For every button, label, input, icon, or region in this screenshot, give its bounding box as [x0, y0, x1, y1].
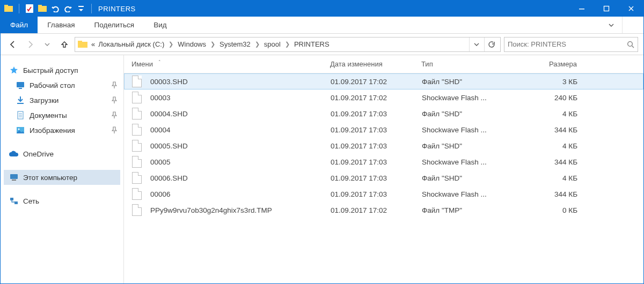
- nav-item-label: Документы: [30, 111, 67, 119]
- pin-icon: [112, 111, 117, 119]
- nav-item-label: Этот компьютер: [23, 174, 77, 182]
- nav-item-desktop[interactable]: Рабочий стол: [4, 78, 120, 93]
- nav-item-label: Загрузки: [30, 96, 58, 104]
- nav-quick-access[interactable]: Быстрый доступ: [4, 63, 120, 78]
- file-name: 00006: [150, 190, 171, 198]
- file-type: Файл "SHD": [422, 142, 462, 150]
- address-toolbar: « Локальный диск (C:) ❯ Windows ❯ System…: [1, 34, 643, 55]
- column-header-date[interactable]: Дата изменения: [330, 60, 421, 68]
- column-headers: Имени ˄ Дата изменения Тип Размера: [124, 55, 643, 73]
- file-date: 01.09.2017 17:03: [331, 158, 387, 166]
- window-title: PRINTERS: [98, 5, 136, 13]
- file-size: 4 КБ: [562, 174, 577, 182]
- file-list: Имени ˄ Дата изменения Тип Размера 00003…: [124, 55, 643, 283]
- file-type: Файл "SHD": [422, 174, 462, 182]
- file-date: 01.09.2017 17:03: [331, 174, 387, 182]
- nav-back-button[interactable]: [6, 38, 20, 51]
- svg-rect-7: [604, 6, 609, 11]
- this-pc-icon: [9, 173, 19, 182]
- file-row[interactable]: 00006.SHD01.09.2017 17:03Файл "SHD"4 КБ: [124, 170, 643, 186]
- nav-up-button[interactable]: [57, 38, 71, 51]
- ribbon-file-label: Файл: [10, 21, 28, 29]
- ribbon-tab-view[interactable]: Вид: [144, 17, 176, 33]
- nav-onedrive[interactable]: OneDrive: [4, 146, 120, 161]
- file-row[interactable]: PPy9w9rvu7ob30g2n4ghix7s3rd.TMP01.09.201…: [124, 202, 643, 218]
- column-header-size[interactable]: Размера: [523, 60, 577, 68]
- qat-customize-icon[interactable]: [76, 4, 86, 13]
- file-size: 344 КБ: [554, 126, 577, 134]
- svg-point-10: [628, 41, 633, 46]
- chevron-right-icon[interactable]: ❯: [208, 41, 217, 48]
- file-row[interactable]: 0000501.09.2017 17:03Shockwave Flash ...…: [124, 154, 643, 170]
- chevron-right-icon[interactable]: ❯: [253, 41, 262, 48]
- file-type: Файл "SHD": [422, 78, 462, 86]
- column-header-label: Тип: [421, 60, 433, 68]
- file-type: Shockwave Flash ...: [422, 190, 487, 198]
- address-dropdown-button[interactable]: [469, 38, 483, 51]
- nav-item-documents[interactable]: Документы: [4, 108, 120, 123]
- ribbon-tab-share[interactable]: Поделиться: [85, 17, 144, 33]
- svg-rect-4: [38, 5, 42, 7]
- nav-item-label: Сеть: [23, 197, 39, 205]
- breadcrumb-item[interactable]: spool: [263, 40, 282, 48]
- title-bar: PRINTERS: [1, 1, 643, 17]
- nav-network[interactable]: Сеть: [4, 193, 120, 208]
- svg-rect-1: [4, 5, 8, 7]
- search-input[interactable]: [508, 40, 627, 48]
- file-name: 00004: [150, 126, 171, 134]
- file-date: 01.09.2017 17:03: [331, 190, 387, 198]
- nav-group-quick-access: Быстрый доступ Рабочий стол Загрузки: [4, 63, 120, 138]
- svg-rect-21: [10, 174, 18, 179]
- breadcrumb-item[interactable]: PRINTERS: [293, 40, 331, 48]
- file-size: 4 КБ: [562, 142, 577, 150]
- file-icon: [132, 76, 142, 87]
- undo-icon[interactable]: [50, 4, 60, 13]
- nav-item-pictures[interactable]: Изображения: [4, 123, 120, 138]
- address-bar[interactable]: « Локальный диск (C:) ❯ Windows ❯ System…: [75, 37, 501, 52]
- nav-this-pc[interactable]: Этот компьютер: [4, 170, 120, 185]
- close-button[interactable]: [619, 1, 643, 17]
- column-header-type[interactable]: Тип: [421, 60, 523, 68]
- file-row[interactable]: 0000301.09.2017 17:02Shockwave Flash ...…: [124, 89, 643, 106]
- redo-icon[interactable]: [63, 4, 73, 13]
- file-icon: [132, 92, 142, 103]
- file-size: 3 КБ: [562, 78, 577, 86]
- search-box[interactable]: [504, 37, 638, 52]
- file-date: 01.09.2017 17:03: [331, 142, 387, 150]
- column-header-name[interactable]: Имени ˄: [131, 60, 330, 68]
- chevron-right-icon[interactable]: ❯: [283, 41, 292, 48]
- properties-icon[interactable]: [25, 4, 34, 13]
- breadcrumb-item[interactable]: Windows: [177, 40, 207, 48]
- file-row[interactable]: 0000601.09.2017 17:03Shockwave Flash ...…: [124, 186, 643, 202]
- ribbon-tab-home[interactable]: Главная: [38, 17, 84, 33]
- search-icon[interactable]: [627, 41, 634, 48]
- nav-recent-dropdown[interactable]: [40, 38, 54, 51]
- downloads-icon: [16, 95, 25, 105]
- file-date: 01.09.2017 17:03: [331, 126, 387, 134]
- file-row[interactable]: 0000401.09.2017 17:03Shockwave Flash ...…: [124, 122, 643, 138]
- svg-rect-6: [579, 9, 584, 10]
- file-row[interactable]: 00004.SHD01.09.2017 17:03Файл "SHD"4 КБ: [124, 106, 643, 122]
- file-row[interactable]: 00003.SHD01.09.2017 17:02Файл "SHD"3 КБ: [124, 73, 643, 89]
- nav-item-label: Изображения: [30, 126, 75, 134]
- documents-icon: [16, 110, 25, 120]
- ribbon-file-tab[interactable]: Файл: [1, 17, 38, 33]
- breadcrumb-overflow[interactable]: «: [90, 40, 96, 48]
- ribbon-help-button[interactable]: [622, 17, 643, 33]
- chevron-right-icon[interactable]: ❯: [166, 41, 175, 48]
- pin-icon: [112, 126, 117, 134]
- file-size: 344 КБ: [554, 158, 577, 166]
- breadcrumb-item[interactable]: System32: [218, 40, 252, 48]
- nav-forward-button[interactable]: [23, 38, 37, 51]
- file-rows: 00003.SHD01.09.2017 17:02Файл "SHD"3 КБ0…: [124, 73, 643, 218]
- refresh-button[interactable]: [484, 38, 498, 51]
- ribbon-expand-button[interactable]: [601, 17, 622, 33]
- qat-separator: [19, 4, 19, 13]
- minimize-button[interactable]: [569, 1, 594, 17]
- file-row[interactable]: 00005.SHD01.09.2017 17:03Файл "SHD"4 КБ: [124, 138, 643, 154]
- column-header-label: Дата изменения: [330, 60, 383, 68]
- breadcrumb-item[interactable]: Локальный диск (C:): [97, 40, 165, 48]
- nav-item-downloads[interactable]: Загрузки: [4, 93, 120, 108]
- new-folder-icon[interactable]: [38, 4, 47, 13]
- maximize-button[interactable]: [594, 1, 619, 17]
